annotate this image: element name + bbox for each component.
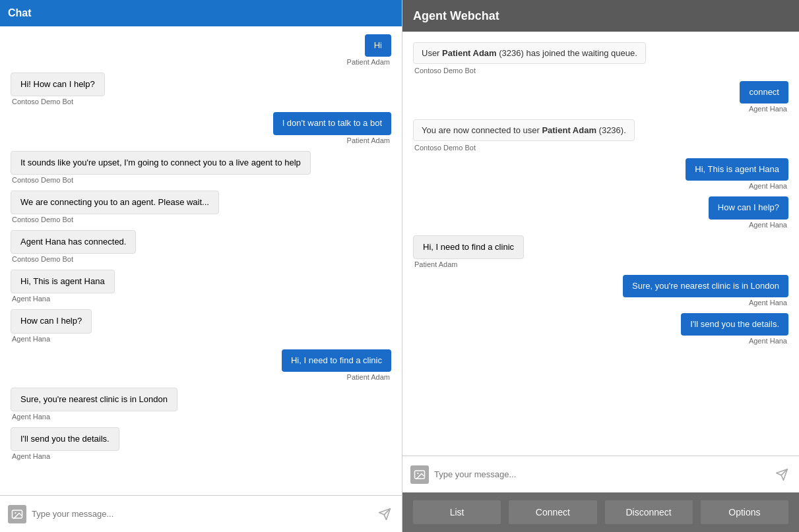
right-messages-list: User Patient Adam (3236) has joined the …	[402, 32, 799, 456]
sender-label: Contoso Demo Bot	[414, 67, 476, 74]
chat-bubble: How can I help?	[11, 309, 92, 333]
left-messages-list: HiPatient AdamHi! How can I help?Contoso…	[0, 26, 402, 495]
left-send-button[interactable]	[375, 505, 394, 523]
svg-point-3	[417, 473, 418, 474]
right-send-button[interactable]	[773, 465, 791, 484]
right-chat-panel: Agent Webchat User Patient Adam (3236) h…	[402, 0, 799, 532]
left-chat-panel: Chat HiPatient AdamHi! How can I help?Co…	[0, 0, 402, 532]
left-input-area	[0, 495, 402, 532]
right-chat-bubble: Hi, This is agent Hana	[686, 158, 788, 181]
chat-bubble: Hi! How can I help?	[11, 73, 105, 96]
sender-label: Patient Adam	[414, 260, 457, 268]
sender-label: Contoso Demo Bot	[12, 216, 73, 223]
footer-btn-list[interactable]: List	[413, 500, 501, 524]
message-group: We are connecting you to an agent. Pleas…	[11, 191, 391, 223]
right-chat-bubble: Sure, you're nearest clinic is in London	[623, 275, 788, 297]
chat-bubble: I'll send you the details.	[11, 427, 119, 451]
right-image-icon[interactable]	[410, 465, 429, 484]
message-group: HiPatient Adam	[11, 34, 391, 66]
message-group: It sounds like you're upset, I'm going t…	[11, 151, 391, 184]
message-group: Sure, you're nearest clinic is in London…	[11, 388, 391, 421]
sender-label: Patient Adam	[347, 373, 390, 381]
left-image-icon[interactable]	[8, 505, 26, 523]
right-chat-bubble: Hi, I need to find a clinic	[413, 235, 524, 259]
chat-bubble: Hi, This is agent Hana	[11, 270, 115, 293]
sender-label: Contoso Demo Bot	[12, 98, 73, 105]
sender-label: Agent Hana	[12, 335, 50, 343]
chat-bubble: Sure, you're nearest clinic is in London	[11, 388, 177, 411]
left-message-input[interactable]	[32, 509, 375, 519]
footer-btn-connect[interactable]: Connect	[509, 500, 596, 524]
sender-label: Contoso Demo Bot	[12, 255, 73, 263]
chat-bubble: Hi	[365, 34, 391, 57]
sender-label: Contoso Demo Bot	[414, 144, 476, 152]
right-chat-bubble: How can I help?	[709, 196, 788, 219]
sender-label: Agent Hana	[749, 105, 787, 113]
chat-bubble: Agent Hana has connected.	[11, 230, 136, 254]
right-chat-header: Agent Webchat	[402, 0, 799, 32]
left-chat-title: Chat	[8, 7, 32, 19]
chat-bubble: I don't want to talk to a bot	[273, 112, 391, 134]
sender-label: Agent Hana	[749, 182, 787, 190]
chat-bubble: We are connecting you to an agent. Pleas…	[11, 191, 219, 214]
message-group: I'll send you the details.Agent Hana	[11, 427, 391, 460]
sender-label: Patient Adam	[347, 58, 390, 66]
right-message-group: You are now connected to user Patient Ad…	[413, 119, 788, 152]
message-group: Hi, I need to find a clinicPatient Adam	[11, 349, 391, 381]
right-input-area	[402, 456, 799, 492]
message-group: Hi, This is agent HanaAgent Hana	[11, 270, 391, 303]
right-message-group: connectAgent Hana	[413, 81, 788, 113]
right-message-group: Hi, This is agent HanaAgent Hana	[413, 158, 788, 190]
message-group: I don't want to talk to a botPatient Ada…	[11, 112, 391, 144]
system-message: User Patient Adam (3236) has joined the …	[413, 42, 646, 64]
sender-label: Agent Hana	[749, 299, 787, 307]
svg-point-1	[15, 512, 16, 514]
sender-label: Agent Hana	[749, 221, 787, 229]
right-footer-buttons: ListConnectDisconnectOptions	[402, 492, 799, 532]
right-message-input[interactable]	[434, 469, 773, 479]
message-group: Hi! How can I help?Contoso Demo Bot	[11, 73, 391, 105]
right-message-group: I'll send you the details.Agent Hana	[413, 313, 788, 345]
sender-label: Agent Hana	[12, 295, 50, 303]
footer-btn-options[interactable]: Options	[701, 500, 788, 524]
sender-label: Agent Hana	[12, 413, 50, 421]
right-message-group: Sure, you're nearest clinic is in London…	[413, 275, 788, 307]
sender-label: Agent Hana	[12, 452, 50, 460]
right-message-group: Hi, I need to find a clinicPatient Adam	[413, 235, 788, 268]
right-message-group: How can I help?Agent Hana	[413, 196, 788, 228]
sender-label: Patient Adam	[347, 136, 390, 144]
right-chat-title: Agent Webchat	[413, 9, 499, 23]
system-message: You are now connected to user Patient Ad…	[413, 119, 635, 141]
left-chat-header: Chat	[0, 0, 402, 26]
right-message-group: User Patient Adam (3236) has joined the …	[413, 42, 788, 74]
chat-bubble: Hi, I need to find a clinic	[282, 349, 391, 372]
sender-label: Contoso Demo Bot	[12, 176, 73, 184]
sender-label: Agent Hana	[749, 337, 787, 345]
chat-bubble: It sounds like you're upset, I'm going t…	[11, 151, 311, 175]
right-chat-bubble: connect	[740, 81, 788, 103]
right-chat-bubble: I'll send you the details.	[681, 313, 788, 336]
message-group: Agent Hana has connected.Contoso Demo Bo…	[11, 230, 391, 263]
footer-btn-disconnect[interactable]: Disconnect	[605, 500, 693, 524]
message-group: How can I help?Agent Hana	[11, 309, 391, 342]
